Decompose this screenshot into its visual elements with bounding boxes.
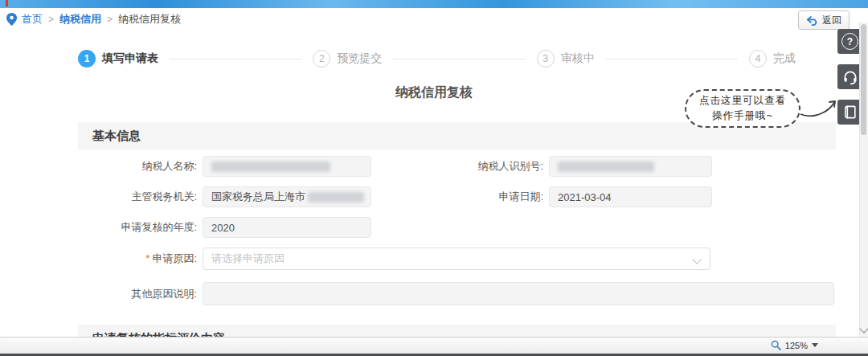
tooltip-arrow-icon: [799, 93, 841, 121]
redacted-value: [308, 192, 364, 203]
required-asterisk: *: [145, 252, 149, 264]
back-button[interactable]: 返回: [798, 10, 850, 30]
tooltip-line-1: 点击这里可以查看: [699, 93, 786, 108]
application-reason-select[interactable]: 请选择申请原因: [203, 248, 710, 270]
back-arrow-icon: [806, 15, 818, 26]
step-label: 审核中: [561, 51, 595, 66]
step-complete: 4 完成: [749, 50, 796, 68]
breadcrumb-separator: >: [107, 14, 113, 25]
step-under-review: 3 审核中: [537, 50, 595, 68]
step-number: 1: [78, 50, 96, 68]
section-title: 基本信息: [92, 129, 141, 142]
taxpayer-id-label: 纳税人识别号:: [434, 156, 543, 177]
taxpayer-id-field: [549, 156, 712, 177]
question-circle-icon: ?: [841, 33, 858, 50]
zoom-dropdown-caret-icon: [812, 343, 818, 347]
vertical-scrollbar[interactable]: [859, 23, 868, 337]
scrollbar-thumb[interactable]: [861, 24, 866, 135]
redacted-value: [558, 162, 654, 172]
breadcrumb-home[interactable]: 首页: [22, 12, 43, 27]
chevron-down-icon: [692, 255, 701, 264]
tooltip-line-2: 操作手册哦~: [712, 108, 773, 124]
section-title: 申请复核的指标评价内容: [92, 331, 225, 337]
redacted-value: [211, 162, 330, 172]
banner-logo-fragment: [6, 0, 8, 6]
step-connector: [606, 59, 738, 59]
step-indicator: 1 填写申请表 2 预览提交 3 审核中 4 完成: [78, 49, 796, 68]
taxpayer-name-field: [203, 156, 371, 177]
tax-authority-field: 国家税务总局上海市: [203, 186, 371, 207]
application-date-value: 2021-03-04: [558, 191, 612, 203]
manual-tooltip-bubble: 点击这里可以查看 操作手册哦~: [685, 89, 800, 128]
step-connector: [393, 59, 525, 59]
step-number: 4: [749, 50, 767, 68]
breadcrumb-separator: >: [48, 14, 54, 25]
review-year-label: 申请复核的年度:: [76, 217, 197, 238]
step-number: 3: [537, 50, 555, 68]
other-reason-field: [203, 282, 834, 305]
step-label: 填写申请表: [102, 51, 158, 66]
magnifier-icon: [771, 340, 781, 350]
browser-zoom-control[interactable]: 125%: [771, 340, 818, 350]
step-label: 预览提交: [337, 51, 382, 66]
scrollbar-down-arrow-icon[interactable]: [859, 324, 868, 333]
book-icon: [842, 104, 858, 120]
step-fill-form: 1 填写申请表: [78, 50, 158, 68]
step-label: 完成: [773, 51, 796, 66]
step-number: 2: [313, 50, 330, 68]
application-date-field: 2021-03-04: [549, 186, 712, 207]
select-placeholder: 请选择申请原因: [211, 252, 285, 266]
other-reason-label: 其他原因说明:: [76, 282, 197, 305]
step-connector: [170, 59, 301, 59]
application-reason-label: *申请原因:: [76, 248, 197, 270]
breadcrumb-current: 纳税信用复核: [118, 12, 181, 27]
tax-authority-label: 主管税务机关:: [76, 186, 197, 207]
zoom-level-text: 125%: [785, 341, 808, 350]
top-banner: [0, 0, 868, 8]
application-date-label: 申请日期:: [434, 186, 543, 207]
step-preview-submit: 2 预览提交: [313, 50, 382, 68]
breadcrumb: 首页 > 纳税信用 > 纳税信用复核: [6, 10, 181, 28]
review-year-value: 2020: [211, 222, 235, 234]
browser-status-bar: 125%: [0, 337, 868, 354]
breadcrumb-tax-credit[interactable]: 纳税信用: [59, 12, 101, 27]
location-pin-icon: [6, 13, 17, 26]
back-button-label: 返回: [822, 14, 841, 27]
review-year-field: 2020: [203, 217, 371, 238]
taxpayer-name-label: 纳税人名称:: [76, 156, 197, 177]
section-indicator-content: 申请复核的指标评价内容: [78, 325, 836, 337]
headset-icon: [842, 69, 858, 85]
tax-authority-value: 国家税务总局上海市: [211, 190, 305, 204]
tax-credit-review-page: 首页 > 纳税信用 > 纳税信用复核 返回 ?: [0, 0, 868, 356]
